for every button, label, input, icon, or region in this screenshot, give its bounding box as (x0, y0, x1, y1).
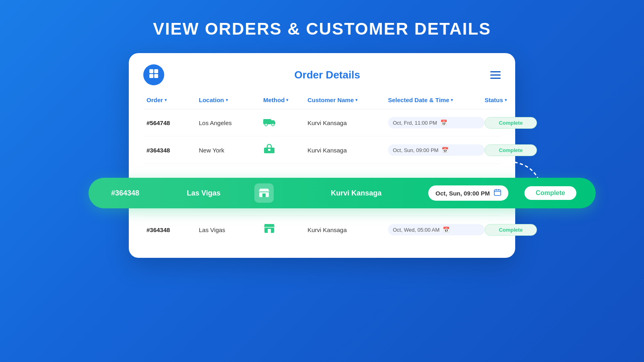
col-customer[interactable]: Customer Name ▾ (308, 97, 388, 103)
page-title: VIEW ORDERS & CUSTOMER DETAILS (153, 19, 491, 39)
calendar-icon: 📅 (440, 119, 447, 126)
customer-name: Kurvi Kansaga (308, 119, 388, 126)
date-badge: Oct, Wed, 05:00 AM 📅 (388, 224, 485, 235)
col-order[interactable]: Order ▾ (147, 97, 199, 103)
chevron-down-icon: ▾ (505, 98, 507, 102)
table-body: #564748 Los Angeles Kurvi Kansaga Oct, F… (143, 109, 501, 243)
svg-rect-0 (149, 69, 153, 73)
chevron-down-icon: ▾ (286, 98, 288, 102)
hamburger-menu[interactable] (490, 71, 501, 79)
floating-location: Las Vigas (163, 189, 244, 197)
order-number: #364348 (147, 226, 199, 233)
calendar-icon (494, 189, 501, 197)
logo (143, 64, 164, 85)
svg-point-5 (265, 123, 267, 126)
order-number: #564748 (147, 119, 199, 126)
delivery-icon (263, 117, 308, 129)
pickup-icon (263, 144, 308, 156)
floating-status-badge: Complete (524, 186, 576, 200)
col-method[interactable]: Method ▾ (263, 97, 308, 103)
date-badge: Oct, Frd, 11:00 PM 📅 (388, 117, 485, 128)
floating-method (244, 183, 284, 203)
order-card: Order Details Order ▾ Location ▾ Method … (129, 53, 515, 258)
status-badge: Complete (485, 144, 537, 156)
table-header: Order ▾ Location ▾ Method ▾ Customer Nam… (143, 97, 501, 109)
col-status[interactable]: Status ▾ (485, 97, 537, 103)
status-badge: Complete (485, 117, 537, 129)
svg-rect-12 (268, 229, 271, 233)
table-row: #564748 Los Angeles Kurvi Kansaga Oct, F… (143, 109, 501, 136)
svg-rect-16 (262, 193, 266, 197)
location: Los Angeles (199, 119, 263, 126)
store-icon (254, 183, 274, 203)
calendar-icon: 📅 (442, 147, 448, 153)
svg-rect-3 (154, 74, 158, 78)
table-row: #364348 New York Kurvi Kansaga Oct, Sun,… (143, 136, 501, 164)
svg-rect-13 (264, 224, 274, 227)
svg-point-6 (272, 123, 274, 126)
customer-name: Kurvi Kansaga (308, 147, 388, 154)
col-location[interactable]: Location ▾ (199, 97, 263, 103)
calendar-icon: 📅 (443, 226, 450, 233)
chevron-down-icon: ▾ (355, 98, 357, 102)
svg-rect-8 (268, 149, 270, 151)
chevron-down-icon: ▾ (165, 98, 167, 102)
card-header: Order Details (143, 64, 501, 85)
chevron-down-icon: ▾ (226, 98, 228, 102)
floating-date-badge: Oct, Sun, 09:00 PM (428, 185, 508, 201)
table-row: #364348 Las Vigas Kurvi Kansaga Oct, Wed… (143, 216, 501, 243)
svg-rect-18 (494, 190, 501, 195)
svg-rect-2 (149, 74, 153, 78)
order-number: #364348 (147, 147, 199, 154)
status-badge: Complete (485, 224, 537, 236)
store-icon (263, 223, 308, 236)
floating-customer-name: Kurvi Kansaga (284, 189, 428, 197)
date-badge: Oct, Sun, 09:00 PM 📅 (388, 144, 485, 156)
location: Las Vigas (199, 226, 263, 233)
col-datetime[interactable]: Selected Date & Time ▾ (388, 97, 485, 103)
customer-name: Kurvi Kansaga (308, 226, 388, 233)
card-title: Order Details (294, 69, 360, 81)
floating-order-number: #364348 (111, 189, 163, 197)
svg-rect-1 (154, 69, 158, 73)
svg-rect-4 (263, 119, 271, 124)
logo-icon (148, 68, 159, 82)
floating-highlighted-row: #364348 Las Vigas Kurvi Kansaga Oct, Sun… (89, 178, 596, 208)
location: New York (199, 147, 263, 154)
chevron-down-icon: ▾ (451, 98, 453, 102)
